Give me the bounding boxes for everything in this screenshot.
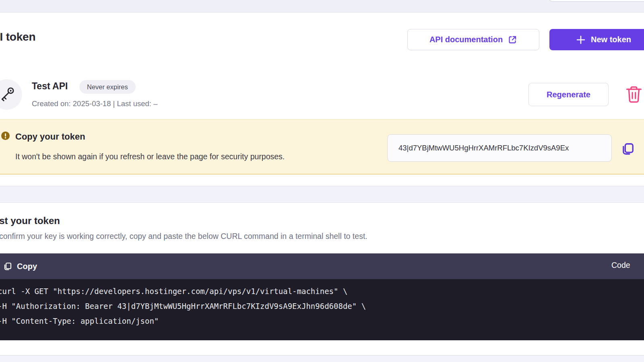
copy-token-button[interactable] [620, 140, 638, 158]
section-gap [0, 186, 644, 203]
copy-code-label: Copy [17, 262, 37, 271]
new-token-button[interactable]: New token [549, 29, 644, 50]
bottom-page-strip [0, 356, 644, 362]
copy-banner-message: It won't be shown again if you refresh o… [15, 152, 285, 161]
top-page-strip [0, 0, 644, 12]
curl-code-block: curl -X GET "https://developers.hostinge… [0, 279, 644, 340]
warning-icon [1, 131, 10, 140]
trash-icon [624, 85, 644, 104]
new-token-label: New token [591, 35, 631, 44]
external-link-icon [508, 35, 517, 45]
copy-code-button[interactable]: Copy [2, 259, 37, 274]
copy-icon [620, 141, 638, 157]
code-line: curl -X GET "https://developers.hostinge… [0, 284, 642, 299]
expiry-badge: Never expires [79, 80, 136, 94]
token-value-input[interactable] [387, 134, 612, 162]
code-language-selector[interactable]: Code [611, 261, 630, 270]
clipped-element-above [549, 0, 644, 2]
api-documentation-label: API documentation [429, 35, 503, 44]
token-avatar [0, 79, 22, 110]
code-line: -H "Content-Type: application/json" [0, 314, 642, 329]
key-icon [0, 84, 17, 105]
test-section-title: Test your token [0, 215, 60, 226]
code-block-toolbar: Copy Code [0, 253, 644, 279]
plus-icon [576, 35, 586, 45]
test-section-description: To confirm your key is working correctly… [0, 232, 367, 241]
token-name: Test API [32, 81, 68, 92]
regenerate-label: Regenerate [547, 90, 590, 99]
regenerate-button[interactable]: Regenerate [528, 83, 609, 106]
api-documentation-button[interactable]: API documentation [407, 29, 539, 50]
copy-banner-title: Copy your token [15, 132, 85, 142]
token-meta: Created on: 2025-03-18 | Last used: – [32, 99, 157, 108]
copy-icon [2, 261, 13, 272]
code-line: -H "Authorization: Bearer 43|d7YBjMtwWU5… [0, 299, 642, 314]
page-title: API token [0, 31, 35, 43]
delete-token-button[interactable] [624, 85, 644, 104]
api-token-page: API token API documentation New token [0, 0, 644, 362]
